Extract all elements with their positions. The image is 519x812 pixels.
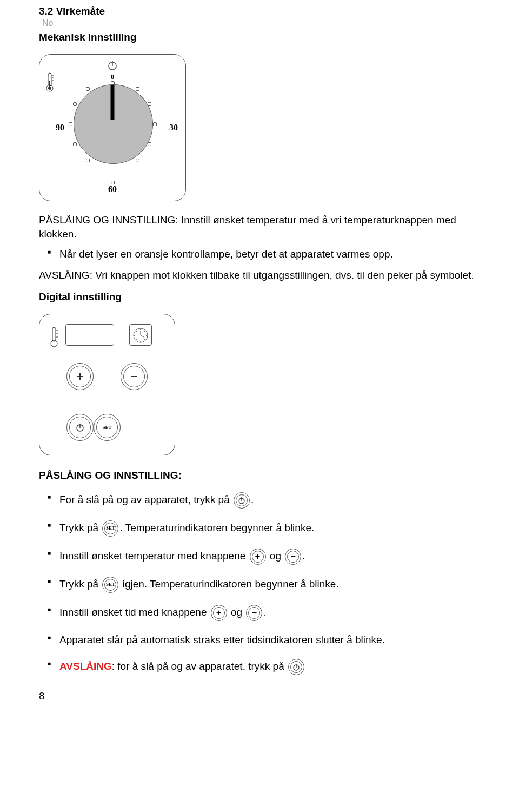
list-item: Når det lyser en oransje kontrollampe, b… <box>39 247 487 262</box>
dial-tick <box>86 87 90 91</box>
text: . <box>263 606 266 618</box>
text: : for å slå på og av apparatet, trykk på <box>112 661 284 672</box>
digital-bullet-list: For å slå på og av apparatet, trykk på .… <box>39 492 487 676</box>
text: . Temperaturindikatoren begynner å blink… <box>119 522 314 533</box>
mechanical-bullet-list: Når det lyser en oransje kontrollampe, b… <box>39 247 487 262</box>
plus-button-figure <box>66 363 94 390</box>
plus-icon: + <box>250 549 266 565</box>
svg-point-32 <box>294 665 299 670</box>
svg-point-19 <box>140 341 141 342</box>
minus-icon: − <box>285 549 301 565</box>
power-button-figure <box>66 414 94 441</box>
svg-line-24 <box>141 335 144 337</box>
dial-tick <box>111 181 115 184</box>
dial-tick <box>136 159 139 162</box>
mechanical-dial-figure: 0 30 60 90 <box>39 54 186 201</box>
dial-tick <box>73 102 77 106</box>
off-label: AVSLÅING <box>59 661 112 672</box>
dial-label-60: 60 <box>108 184 117 194</box>
svg-point-28 <box>77 425 83 431</box>
power-icon <box>75 422 85 432</box>
dial-label-90: 90 <box>56 123 64 133</box>
subheading-digital: Digital innstilling <box>39 291 487 303</box>
digital-panel-figure: SET <box>39 314 175 455</box>
text: For å slå på og av apparatet, trykk på <box>59 494 232 505</box>
set-label: SET <box>106 525 115 532</box>
text: Innstill ønsket temperatur med knappene <box>59 550 249 562</box>
temperature-display <box>65 324 114 346</box>
plus-icon: + <box>211 605 227 621</box>
list-item: For å slå på og av apparatet, trykk på . <box>39 492 487 509</box>
svg-point-20 <box>136 339 137 340</box>
mechanical-intro: PÅSLÅING OG INNSTILLING: Innstill ønsket… <box>39 213 487 241</box>
minus-icon <box>129 372 139 381</box>
dial-tick <box>148 142 151 146</box>
thermometer-icon <box>43 71 57 94</box>
list-item: Apparatet slår på automatisk straks ette… <box>39 633 487 648</box>
section-heading: 3.2 Virkemåte <box>39 5 487 17</box>
minus-button-figure <box>121 363 148 390</box>
text: Innstill ønsket tid med knappene <box>59 606 210 618</box>
plus-icon <box>75 372 85 381</box>
mechanical-off: AVSLÅING: Vri knappen mot klokken tilbak… <box>39 268 487 282</box>
text: og <box>270 550 284 562</box>
dial-tick <box>86 159 90 162</box>
set-button-figure: SET <box>94 414 121 441</box>
power-icon <box>234 492 250 509</box>
svg-point-15 <box>140 329 141 330</box>
minus-icon: − <box>246 605 262 621</box>
svg-point-21 <box>134 335 135 336</box>
text: og <box>231 606 245 618</box>
list-item: AVSLÅING: for å slå på og av apparatet, … <box>39 659 487 675</box>
svg-point-16 <box>144 331 145 332</box>
power-icon <box>107 60 118 71</box>
list-item: Trykk på SET. Temperaturindikatoren begy… <box>39 520 487 537</box>
dial-tick <box>153 122 157 126</box>
text: . <box>302 550 305 562</box>
list-item: Trykk på SET igjen. Temperaturindikatore… <box>39 577 487 593</box>
svg-rect-4 <box>49 81 50 87</box>
text: . <box>251 494 254 505</box>
svg-point-17 <box>146 335 147 336</box>
page: 3.2 Virkemåte No Mekanisk innstilling 0 … <box>0 0 519 713</box>
timer-icon <box>130 325 151 345</box>
page-number: 8 <box>39 690 487 702</box>
set-label: SET <box>106 581 115 588</box>
svg-rect-9 <box>52 327 56 341</box>
digital-heading: PÅSLÅING OG INNSTILLING: <box>39 470 487 481</box>
timer-display <box>129 324 152 346</box>
text: Trykk på <box>59 522 101 533</box>
dial-label-0: 0 <box>111 72 115 81</box>
dial-tick <box>136 87 139 91</box>
svg-point-18 <box>144 339 145 340</box>
dial-tick <box>73 142 77 146</box>
dial-tick <box>111 81 115 85</box>
text: igjen. Temperaturindikatoren begynner å … <box>123 578 339 590</box>
dial-tick <box>69 122 72 126</box>
svg-point-22 <box>136 331 137 332</box>
set-icon: SET <box>102 577 118 593</box>
svg-point-30 <box>239 498 244 504</box>
dial-label-30: 30 <box>169 123 178 133</box>
power-icon <box>288 659 304 675</box>
thermometer-icon <box>48 325 60 349</box>
svg-point-5 <box>48 87 51 90</box>
text: Trykk på <box>59 578 101 590</box>
language-tag: No <box>42 18 487 28</box>
list-item: Innstill ønsket temperatur med knappene … <box>39 549 487 565</box>
set-label: SET <box>102 425 111 430</box>
dial-tick <box>148 102 151 106</box>
subheading-mechanical: Mekanisk innstilling <box>39 31 487 43</box>
list-item: Innstill ønsket tid med knappene + og −. <box>39 605 487 621</box>
set-icon: SET <box>102 520 118 537</box>
dial-pointer <box>111 85 115 120</box>
